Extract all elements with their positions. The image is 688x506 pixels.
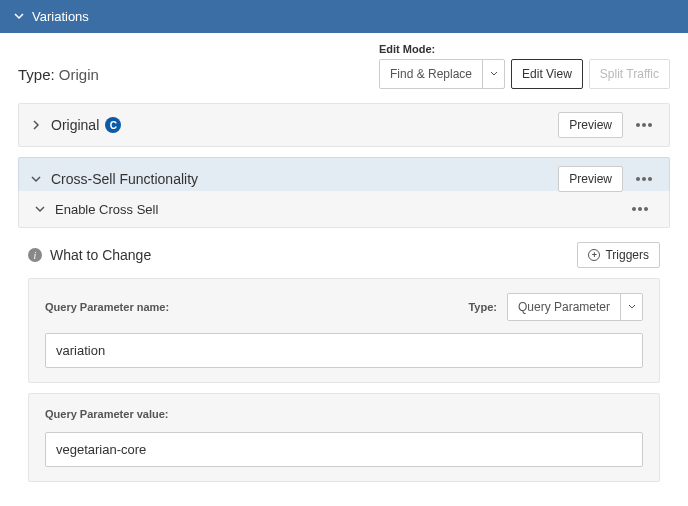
info-icon: i	[28, 248, 42, 262]
caret-down-icon	[620, 294, 642, 320]
type-select-value: Query Parameter	[508, 294, 620, 320]
preview-button[interactable]: Preview	[558, 166, 623, 192]
param-value-label: Query Parameter value:	[45, 408, 643, 420]
chevron-down-icon	[33, 204, 47, 214]
edit-mode-select[interactable]: Find & Replace	[379, 59, 505, 89]
panel-title: Variations	[32, 9, 89, 24]
variation-row-original[interactable]: Original C Preview	[18, 103, 670, 147]
section-title: What to Change	[50, 247, 151, 263]
triggers-button[interactable]: + Triggers	[577, 242, 660, 268]
param-value-input[interactable]	[45, 432, 643, 467]
triggers-label: Triggers	[605, 248, 649, 262]
preview-button[interactable]: Preview	[558, 112, 623, 138]
form-row-value: Query Parameter value:	[45, 408, 643, 420]
edit-mode-column: Edit Mode: Find & Replace Edit View Spli…	[379, 43, 670, 89]
type-key: Type:	[18, 66, 55, 83]
chevron-right-icon	[29, 118, 43, 132]
plus-circle-icon: +	[588, 249, 600, 261]
sub-row-enable-cross-sell[interactable]: Enable Cross Sell	[18, 191, 670, 228]
variations-panel-header[interactable]: Variations	[0, 0, 688, 33]
edit-mode-select-value: Find & Replace	[380, 60, 482, 88]
form-block-param-value: Query Parameter value:	[28, 393, 660, 482]
edit-mode-controls: Find & Replace Edit View Split Traffic	[379, 59, 670, 89]
more-menu-button[interactable]	[625, 201, 655, 217]
caret-down-icon	[482, 60, 504, 88]
section-header-what-to-change: i What to Change + Triggers	[18, 242, 670, 278]
panel-body: Type: Origin Edit Mode: Find & Replace E…	[0, 33, 688, 506]
more-menu-button[interactable]	[629, 171, 659, 187]
edit-view-button[interactable]: Edit View	[511, 59, 583, 89]
type-select[interactable]: Query Parameter	[507, 293, 643, 321]
type-value: Origin	[59, 66, 99, 83]
variation-label: Cross-Sell Functionality	[51, 171, 198, 187]
chevron-down-icon	[14, 9, 24, 24]
split-traffic-button: Split Traffic	[589, 59, 670, 89]
param-name-label: Query Parameter name:	[45, 301, 458, 313]
variation-label: Original	[51, 117, 99, 133]
edit-mode-label: Edit Mode:	[379, 43, 670, 55]
type-label: Type:	[468, 301, 497, 313]
chevron-down-icon	[29, 172, 43, 186]
more-menu-button[interactable]	[629, 117, 659, 133]
top-row: Type: Origin Edit Mode: Find & Replace E…	[18, 43, 670, 89]
type-label: Type: Origin	[18, 66, 369, 89]
control-badge: C	[105, 117, 121, 133]
sub-row-label: Enable Cross Sell	[55, 202, 158, 217]
form-row-name-type: Query Parameter name: Type: Query Parame…	[45, 293, 643, 321]
form-block-param-name: Query Parameter name: Type: Query Parame…	[28, 278, 660, 383]
param-name-input[interactable]	[45, 333, 643, 368]
